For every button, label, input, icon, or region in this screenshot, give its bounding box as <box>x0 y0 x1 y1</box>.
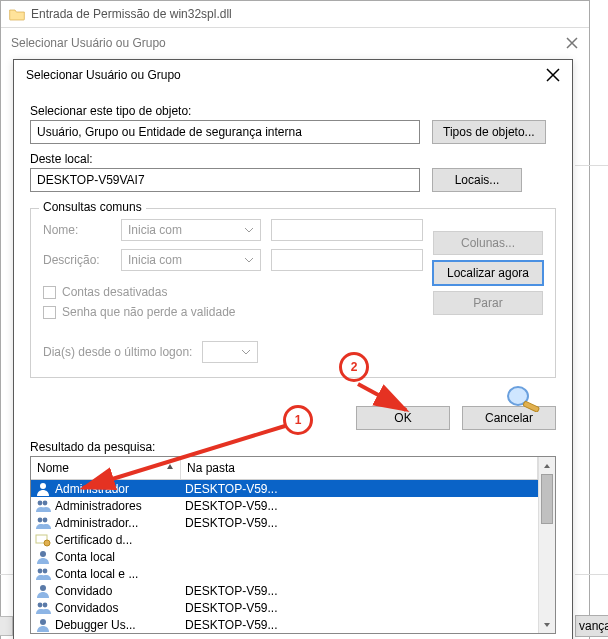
name-match-value: Inicia com <box>128 223 182 237</box>
parent-subdialog-titlebar: Selecionar Usuário ou Grupo <box>1 28 589 58</box>
result-name: Conta local <box>55 550 115 564</box>
dialog-titlebar: Selecionar Usuário ou Grupo <box>14 60 572 90</box>
ok-button[interactable]: OK <box>356 406 450 430</box>
disabled-accounts-label: Contas desativadas <box>62 285 167 299</box>
cell-name: Certificado d... <box>31 532 181 548</box>
close-icon[interactable] <box>546 68 560 82</box>
bg-decoration <box>0 574 14 575</box>
group-icon <box>35 498 51 514</box>
bg-decoration <box>575 574 608 575</box>
bg-decoration <box>575 165 608 166</box>
object-type-input[interactable] <box>30 120 420 144</box>
cell-name: Convidado <box>31 583 181 599</box>
column-header-name[interactable]: Nome <box>31 457 181 479</box>
cell-name: Conta local e ... <box>31 566 181 582</box>
name-match-select[interactable]: Inicia com <box>121 219 261 241</box>
cell-name: Administrador <box>31 481 181 497</box>
scroll-down-icon[interactable] <box>539 616 555 633</box>
object-types-button[interactable]: Tipos de objeto... <box>432 120 546 144</box>
table-row[interactable]: Conta local e ... <box>31 565 538 582</box>
result-name: Convidados <box>55 601 118 615</box>
result-name: Administradores <box>55 499 142 513</box>
svg-point-2 <box>40 483 46 489</box>
chevron-down-icon <box>244 255 254 265</box>
result-name: Convidado <box>55 584 112 598</box>
parent-titlebar: Entrada de Permissão de win32spl.dll <box>1 1 589 28</box>
svg-point-4 <box>43 500 48 505</box>
bg-advanced-label: vançadas <box>579 619 608 633</box>
svg-point-15 <box>40 619 46 625</box>
table-row[interactable]: Debugger Us...DESKTOP-V59... <box>31 616 538 633</box>
results-table: Nome Na pasta AdministradorDESKTOP-V59..… <box>30 456 556 634</box>
description-input[interactable] <box>271 249 423 271</box>
days-since-logon-label: Dia(s) desde o último logon: <box>43 345 192 359</box>
description-match-select[interactable]: Inicia com <box>121 249 261 271</box>
table-row[interactable]: Administrador...DESKTOP-V59... <box>31 514 538 531</box>
vertical-scrollbar[interactable] <box>538 457 555 633</box>
chevron-down-icon <box>244 225 254 235</box>
table-row[interactable]: Conta local <box>31 548 538 565</box>
column-header-name-label: Nome <box>37 461 69 475</box>
cell-folder: DESKTOP-V59... <box>181 499 538 513</box>
table-row[interactable]: ConvidadosDESKTOP-V59... <box>31 599 538 616</box>
svg-point-9 <box>40 551 46 557</box>
svg-point-5 <box>38 517 43 522</box>
folder-icon <box>9 7 25 21</box>
cell-folder: DESKTOP-V59... <box>181 482 538 496</box>
scroll-thumb[interactable] <box>541 474 553 524</box>
svg-point-3 <box>38 500 43 505</box>
table-row[interactable]: Certificado d... <box>31 531 538 548</box>
stop-button[interactable]: Parar <box>433 291 543 315</box>
column-header-folder[interactable]: Na pasta <box>181 457 538 479</box>
group-icon <box>35 600 51 616</box>
column-header-folder-label: Na pasta <box>187 461 235 475</box>
scroll-up-icon[interactable] <box>539 457 555 474</box>
dialog-title: Selecionar Usuário ou Grupo <box>26 68 181 82</box>
search-results-label: Resultado da pesquisa: <box>30 440 556 454</box>
svg-rect-1 <box>523 401 540 412</box>
cell-name: Conta local <box>31 549 181 565</box>
find-now-button[interactable]: Localizar agora <box>433 261 543 285</box>
close-icon[interactable] <box>565 36 579 50</box>
location-input[interactable] <box>30 168 420 192</box>
disabled-accounts-checkbox[interactable]: Contas desativadas <box>43 285 423 299</box>
result-name: Conta local e ... <box>55 567 138 581</box>
sort-asc-icon <box>166 463 174 471</box>
user-icon <box>35 583 51 599</box>
user-icon <box>35 481 51 497</box>
svg-point-11 <box>43 568 48 573</box>
locations-button[interactable]: Locais... <box>432 168 522 192</box>
cell-folder: DESKTOP-V59... <box>181 516 538 530</box>
cell-name: Administradores <box>31 498 181 514</box>
table-row[interactable]: AdministradoresDESKTOP-V59... <box>31 497 538 514</box>
name-label: Nome: <box>43 223 111 237</box>
cert-icon <box>35 532 51 548</box>
common-queries-group: Consultas comuns Nome: Inicia com Coluna… <box>30 208 556 378</box>
name-input[interactable] <box>271 219 423 241</box>
svg-point-14 <box>43 602 48 607</box>
cell-name: Administrador... <box>31 515 181 531</box>
result-name: Debugger Us... <box>55 618 136 632</box>
result-name: Administrador <box>55 482 129 496</box>
nonexpiring-pw-checkbox[interactable]: Senha que não perde a validade <box>43 305 423 319</box>
object-type-label: Selecionar este tipo de objeto: <box>30 104 556 118</box>
select-user-dialog: Selecionar Usuário ou Grupo Selecionar e… <box>13 59 573 639</box>
table-row[interactable]: ConvidadoDESKTOP-V59... <box>31 582 538 599</box>
days-since-logon-select[interactable] <box>202 341 258 363</box>
result-name: Administrador... <box>55 516 138 530</box>
svg-point-6 <box>43 517 48 522</box>
search-magnifier-icon <box>504 382 544 412</box>
cell-folder: DESKTOP-V59... <box>181 618 538 632</box>
description-label: Descrição: <box>43 253 111 267</box>
cell-name: Debugger Us... <box>31 617 181 633</box>
columns-button[interactable]: Colunas... <box>433 231 543 255</box>
location-label: Deste local: <box>30 152 556 166</box>
bg-advanced-button-fragment[interactable]: vançadas <box>575 615 608 637</box>
cell-name: Convidados <box>31 600 181 616</box>
result-name: Certificado d... <box>55 533 132 547</box>
cell-folder: DESKTOP-V59... <box>181 584 538 598</box>
chevron-down-icon <box>241 347 251 357</box>
table-row[interactable]: AdministradorDESKTOP-V59... <box>31 480 538 497</box>
svg-point-12 <box>40 585 46 591</box>
user-icon <box>35 549 51 565</box>
